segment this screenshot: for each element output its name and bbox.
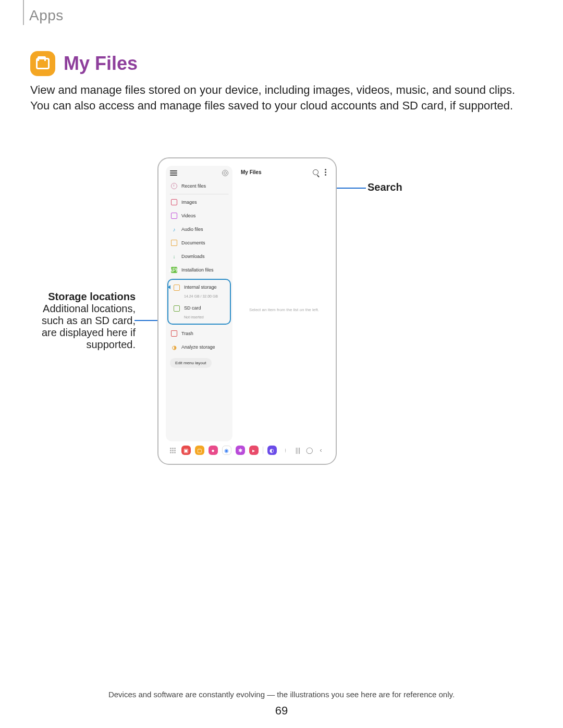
more-options-icon[interactable] bbox=[325, 169, 326, 176]
page-title: My Files bbox=[64, 53, 138, 75]
page-number: 69 bbox=[0, 704, 563, 718]
video-icon bbox=[171, 213, 177, 219]
taskbar-app-icon[interactable]: ◐ bbox=[267, 446, 277, 455]
sidebar-item-label: Trash bbox=[181, 331, 193, 336]
sidebar-item-label: Videos bbox=[181, 213, 195, 218]
sidebar-item-label: Documents bbox=[181, 240, 205, 245]
sidebar-item-videos[interactable]: Videos bbox=[166, 209, 232, 223]
search-icon[interactable] bbox=[313, 169, 319, 175]
sidebar-item-images[interactable]: Images bbox=[166, 195, 232, 209]
myfiles-main-pane: My Files Select an item from the list on… bbox=[232, 166, 328, 441]
sidebar-item-internal-storage[interactable]: Internal storage 14.24 GB / 32.00 GB bbox=[168, 281, 230, 302]
taskbar-app-icon[interactable]: ● bbox=[209, 446, 218, 455]
sidebar-item-trash[interactable]: Trash bbox=[166, 327, 232, 340]
callout-search: Search bbox=[368, 181, 402, 193]
sd-card-icon bbox=[174, 305, 180, 312]
sd-status-text: Not inserted bbox=[184, 315, 204, 319]
footer-disclaimer: Devices and software are constantly evol… bbox=[0, 690, 563, 699]
sidebar-item-recent[interactable]: Recent files bbox=[166, 179, 232, 193]
recents-nav-icon[interactable]: ||| bbox=[295, 447, 302, 454]
gear-icon[interactable] bbox=[222, 170, 228, 176]
taskbar-app-icon[interactable]: ▢ bbox=[195, 446, 204, 455]
sidebar-item-downloads[interactable]: ↓ Downloads bbox=[166, 250, 232, 263]
illustration-area: Storage locations Additional locations, … bbox=[0, 155, 563, 468]
apk-badge-icon: APK bbox=[171, 267, 177, 273]
analyze-icon: ◑ bbox=[171, 344, 177, 350]
sidebar-item-sd-card[interactable]: SD card Not inserted bbox=[168, 302, 230, 323]
taskbar-app-icon[interactable]: ▣ bbox=[181, 446, 191, 455]
sidebar-item-label: Internal storage bbox=[184, 285, 217, 290]
image-icon bbox=[171, 199, 177, 205]
phone-storage-icon bbox=[174, 285, 180, 291]
section-rule bbox=[23, 0, 24, 25]
storage-locations-group: Internal storage 14.24 GB / 32.00 GB SD … bbox=[167, 279, 231, 325]
sidebar-item-installation[interactable]: APK Installation files bbox=[166, 263, 232, 277]
edit-menu-layout-button[interactable]: Edit menu layout bbox=[170, 358, 212, 368]
download-icon: ↓ bbox=[171, 253, 177, 260]
trash-icon bbox=[171, 330, 177, 337]
home-nav-icon[interactable]: ◯ bbox=[306, 447, 313, 454]
sidebar-item-label: Installation files bbox=[181, 267, 214, 273]
taskbar-app-icon[interactable]: ⁝ bbox=[281, 446, 290, 455]
callout-storage-title: Storage locations bbox=[38, 291, 136, 303]
callout-storage-body: Additional locations, such as an SD card… bbox=[38, 303, 136, 351]
hamburger-icon[interactable] bbox=[170, 170, 177, 176]
folder-icon bbox=[36, 58, 50, 69]
sidebar-item-documents[interactable]: Documents bbox=[166, 236, 232, 250]
sidebar-item-audio[interactable]: ♪ Audio files bbox=[166, 223, 232, 236]
phone-frame: Recent files Images Videos ♪ bbox=[157, 157, 337, 465]
heading-row: My Files bbox=[30, 51, 138, 76]
sidebar-item-label: Downloads bbox=[181, 254, 205, 259]
callout-storage-locations: Storage locations Additional locations, … bbox=[38, 291, 136, 351]
sidebar-divider bbox=[170, 194, 228, 194]
intro-paragraph: View and manage files stored on your dev… bbox=[30, 82, 533, 113]
taskbar-app-icon[interactable]: ✱ bbox=[236, 446, 245, 455]
device-taskbar: ▣ ▢ ● ◉ ✱ ▸ ◐ ⁝ ||| ◯ ‹ bbox=[166, 445, 328, 456]
music-note-icon: ♪ bbox=[171, 226, 177, 232]
clock-icon bbox=[171, 183, 177, 189]
back-nav-icon[interactable]: ‹ bbox=[317, 447, 325, 454]
myfiles-title: My Files bbox=[241, 169, 261, 175]
taskbar-app-icon[interactable]: ▸ bbox=[249, 446, 259, 455]
taskbar-chrome-icon[interactable]: ◉ bbox=[222, 446, 231, 455]
sidebar-item-analyze[interactable]: ◑ Analyze storage bbox=[166, 340, 232, 354]
sidebar-item-label: Audio files bbox=[181, 227, 203, 232]
leader-line-left bbox=[134, 320, 161, 321]
my-files-app-icon bbox=[30, 51, 55, 76]
storage-usage-text: 14.24 GB / 32.00 GB bbox=[184, 294, 218, 298]
taskbar-separator bbox=[263, 447, 263, 454]
apps-grid-icon[interactable] bbox=[170, 448, 177, 453]
empty-state-hint: Select an item from the list on the left… bbox=[240, 179, 328, 441]
section-label: Apps bbox=[29, 7, 64, 24]
myfiles-sidebar: Recent files Images Videos ♪ bbox=[166, 166, 232, 441]
sidebar-item-label: SD card bbox=[184, 305, 201, 311]
document-icon bbox=[171, 240, 177, 246]
sidebar-item-label: Analyze storage bbox=[181, 344, 215, 350]
sidebar-item-label: Images bbox=[181, 200, 197, 205]
sidebar-item-label: Recent files bbox=[181, 183, 206, 189]
